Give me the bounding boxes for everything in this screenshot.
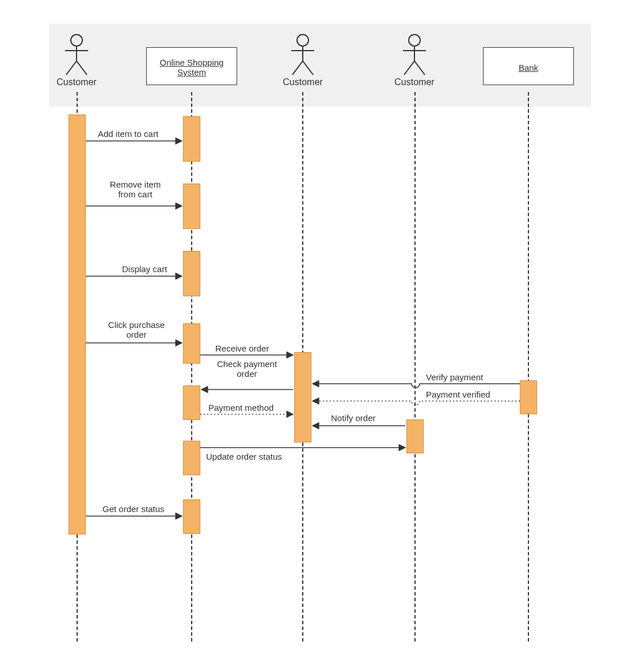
svg-line-8 [292,61,303,75]
svg-point-5 [297,35,309,46]
msg-add-item: Add item to cart [98,129,158,139]
lifeline-bank [528,92,529,642]
activation-system-2 [183,184,200,229]
activation-bank [520,380,537,414]
svg-line-14 [414,61,425,75]
person-icon [280,33,326,76]
actor-customer-3: Customer [391,33,437,87]
activation-system-7 [183,499,200,534]
msg-payment-verified: Payment verified [426,390,490,399]
svg-line-3 [66,61,77,75]
actor-label: Customer [280,77,326,87]
activation-system-1 [183,116,200,162]
activation-system-3 [183,251,200,296]
activation-system-4 [183,323,200,364]
msg-remove-item: Remove item from cart [104,180,167,200]
actor-customer-1: Customer [54,33,100,87]
msg-receive-order: Receive order [215,343,269,353]
msg-click-purchase: Click purchase order [99,320,174,340]
svg-line-4 [77,61,87,75]
object-bank: Bank [483,47,574,85]
actor-label: Customer [54,77,100,87]
svg-point-0 [71,35,82,46]
msg-check-payment: Check payment order [212,359,281,379]
person-icon [54,33,100,76]
msg-update-status: Update order status [206,452,282,461]
lifeline-customer-3 [414,92,416,642]
object-online-shopping-system: Online Shopping System [146,47,237,85]
object-label: Bank [519,63,538,72]
msg-get-status: Get order status [102,504,165,514]
lifeline-system [191,92,192,642]
activation-system-5 [183,385,200,420]
msg-display-cart: Display cart [122,264,167,274]
activation-customer-3 [406,419,424,453]
object-label: Online Shopping System [149,58,234,77]
svg-point-10 [409,35,420,46]
sequence-diagram: Customer Online Shopping System Customer [0,0,628,672]
msg-verify-payment: Verify payment [426,372,483,382]
person-icon [391,33,437,76]
activation-customer-1 [68,114,86,534]
msg-payment-method: Payment method [208,403,273,413]
svg-line-9 [303,61,313,75]
actor-label: Customer [391,77,437,87]
actor-customer-2: Customer [280,33,326,87]
activation-system-6 [183,441,200,475]
activation-customer-2 [294,352,311,442]
msg-notify-order: Notify order [331,413,376,423]
svg-line-13 [404,61,414,75]
